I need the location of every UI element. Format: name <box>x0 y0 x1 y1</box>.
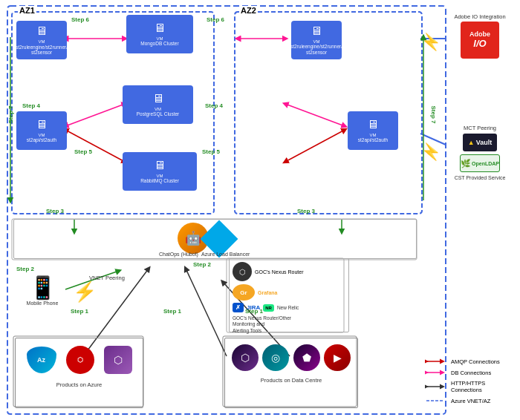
dc-icon-3: ⬟ <box>293 344 320 371</box>
cst-box: MCT Peering ▲Vault 🌿 OpenLDAP CST Provid… <box>443 125 517 180</box>
vm-az2-runner: 🖥 VM st2ruleengine/st2runner/st2sensor <box>291 21 342 59</box>
svg-line-7 <box>65 130 125 162</box>
step4-az2: Step 4 <box>205 102 223 109</box>
legend-azure-vnet: Azure VNET/AZ <box>425 397 514 404</box>
step6-az2-top: Step 6 <box>207 16 224 23</box>
legend-db-label: DB Connections <box>451 370 491 376</box>
svg-line-17 <box>186 269 227 356</box>
nexus-label: GOC's Nexus Router <box>255 269 304 275</box>
legend-azure-vnet-label: Azure VNET/AZ <box>451 398 490 404</box>
legend-amqp-label: AMQP Connections <box>451 358 500 365</box>
products-azure-label: Products on Azure <box>16 381 143 388</box>
products-azure-box: Az ⬡ ⬡ Products on Azure <box>15 338 143 408</box>
step2-monitoring: Step 2 <box>193 261 211 268</box>
legend-amqp: AMQP Connections <box>425 358 514 365</box>
openldap-icon: 🌿 OpenLDAP <box>460 154 500 172</box>
newrelic-label: New Relic <box>277 305 299 310</box>
grafana-icon: Gr <box>233 284 255 301</box>
step1-center: Step 1 <box>163 308 181 315</box>
mobile-phone-area: 📱 Mobile Phone <box>16 275 68 306</box>
jira-icon: ✗ <box>233 303 244 312</box>
cst-provided-label: CST Provided Service <box>443 175 517 180</box>
dc-icon-1: ⬡ <box>232 344 259 371</box>
vm-rabbitmq: 🖥 VM RabbitMQ Cluster <box>123 152 197 191</box>
vnet-peering-lightning: ⚡ <box>73 280 97 303</box>
azure-cloud-icon: Az <box>27 347 56 373</box>
adobe-io-icon: Adobe I/O <box>461 22 499 59</box>
az1-label: AZ1 <box>18 6 36 15</box>
jira-logo: ⬡ <box>66 346 94 374</box>
mct-peering-label: MCT Peering <box>443 125 517 131</box>
step2-label: Step 2 <box>16 266 34 272</box>
legend-http-label: HTTP/HTTPS Connections <box>451 380 514 393</box>
vm-az2-auth: 🖥 VM st2api/st2auth <box>348 111 398 150</box>
chatops-area: 🤖 ChatOps (Hubot) Azure Load Balancer <box>13 219 417 259</box>
legend-db: DB Connections <box>425 369 514 376</box>
vnet-peering-label: VNET Peering <box>89 275 125 281</box>
chatops-label: ChatOps (Hubot) <box>159 252 198 257</box>
step5-right: Step 5 <box>202 148 220 155</box>
dc-icon-2: ◎ <box>262 344 289 371</box>
vm-mongodb: 🖥 VM MongoDB Cluster <box>126 15 193 53</box>
product-icon-3: ⬡ <box>104 346 132 374</box>
adobe-io-label: Adobe IO Integration <box>443 13 517 20</box>
products-dc-box: ⬡ ◎ ⬟ ▶ Products on Data Centre <box>224 338 358 408</box>
az2-label: AZ2 <box>239 6 258 15</box>
mobile-phone-icon: 📱 <box>16 275 68 301</box>
adobe-lightning: ⚡ <box>421 33 441 52</box>
step1-az1: Step 1 <box>71 308 88 315</box>
step5-left: Step 5 <box>74 148 92 155</box>
step7-right-label: Step 7 <box>429 105 436 123</box>
legend-http: HTTP/HTTPS Connections <box>425 380 514 393</box>
load-balancer-label: Azure Load Balancer <box>201 252 250 257</box>
mobile-phone-label: Mobile Phone <box>16 301 68 306</box>
vm-postgresql: 🖥 VM PostgreSQL Cluster <box>123 85 193 124</box>
vm-az1-auth: 🖥 VM st2api/st2auth <box>16 111 67 150</box>
dc-icon-4: ▶ <box>324 344 351 371</box>
nexus-icon: ⬡ <box>233 262 252 281</box>
svg-line-6 <box>285 104 345 126</box>
monitoring-box: ⬡ GOC's Nexus Router Gr Grafana ✗ JIRA N… <box>229 258 349 332</box>
adobe-io-box: Adobe IO Integration Adobe I/O <box>443 13 517 59</box>
step4-az1: Step 4 <box>22 102 40 109</box>
newrelic-icon: NR <box>263 304 274 312</box>
step6-az1-top: Step 6 <box>71 16 89 23</box>
svg-line-5 <box>65 104 125 126</box>
vm-az1-runner: 🖥 VM st2ruleengine/st2runner/st2sensor <box>16 21 67 59</box>
grafana-label: Grafana <box>258 290 277 295</box>
vault-icon: ▲Vault <box>463 134 497 151</box>
step7-left-label: Step 7 <box>7 105 14 123</box>
products-dc-label: Products on Data Centre <box>225 377 357 384</box>
jira-label: JIRA <box>247 304 260 311</box>
step3-left: Step 3 <box>46 208 64 214</box>
goc-other-label: GOC's Nexus Router/OtherMonitoring andAl… <box>233 315 345 334</box>
svg-rect-12 <box>12 263 417 272</box>
cst-lightning: ⚡ <box>421 142 441 162</box>
legend: AMQP Connections DB Connections HTTP/HTT… <box>425 358 514 408</box>
svg-line-8 <box>285 130 345 162</box>
step3-right: Step 3 <box>297 208 315 214</box>
